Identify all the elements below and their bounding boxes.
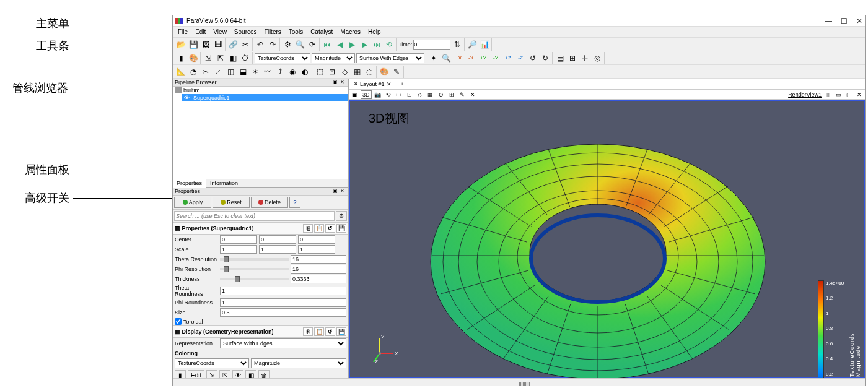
prev-frame-icon[interactable]: ◀ — [334, 39, 345, 50]
paste-icon[interactable]: 📋 — [314, 224, 324, 233]
save-icon[interactable]: 💾 — [188, 39, 199, 50]
rescale-visible-icon[interactable]: 👁 — [232, 370, 243, 378]
open-icon[interactable]: 📂 — [175, 39, 186, 50]
maximize-view-icon[interactable]: ▢ — [844, 90, 853, 99]
rescale-visible-icon[interactable]: ◧ — [227, 53, 239, 64]
toroidal-checkbox[interactable] — [175, 318, 182, 325]
select-icon[interactable]: ▣ — [350, 90, 359, 99]
search-input[interactable] — [174, 211, 335, 221]
redo-icon[interactable]: ↷ — [267, 39, 278, 50]
menu-tools[interactable]: Tools — [285, 28, 307, 35]
close-panel-icon[interactable]: ✕ — [340, 188, 346, 194]
zoom-icon[interactable]: 🔍 — [441, 53, 452, 64]
save-screenshot-icon[interactable]: 🖼 — [200, 39, 211, 50]
rescale-range-icon[interactable]: ⇲ — [206, 370, 217, 378]
play-icon[interactable]: ▶ — [346, 39, 357, 50]
close-button[interactable]: ✕ — [856, 17, 862, 25]
3d-viewport[interactable]: 3D视图 — [349, 100, 865, 378]
streamlines-icon[interactable]: 〰 — [262, 66, 273, 77]
menu-edit[interactable]: Edit — [191, 28, 209, 35]
camera-icon[interactable]: 📷 — [374, 90, 382, 99]
minusy-icon[interactable]: -Y — [490, 53, 501, 64]
next-frame-icon[interactable]: ▶ — [359, 39, 370, 50]
pipeline-item-superquadric[interactable]: 👁 Superquadric1 — [182, 94, 348, 101]
edit-points-icon[interactable]: ✎ — [391, 66, 402, 77]
color-array-select[interactable]: TextureCoords — [255, 53, 310, 63]
color-palette-icon[interactable]: 🎨 — [379, 66, 390, 77]
restore-icon[interactable]: ↺ — [325, 224, 335, 233]
loop-icon[interactable]: ⟲ — [384, 39, 395, 50]
memory-icon[interactable]: 📊 — [479, 39, 490, 50]
extract-level-icon[interactable]: ◐ — [299, 66, 310, 77]
contour-icon[interactable]: ◔ — [188, 66, 199, 77]
mode-3d-button[interactable]: 3D — [361, 90, 372, 99]
copy-icon[interactable]: ⎘ — [303, 327, 313, 336]
show-colorbar-icon[interactable]: ▮ — [175, 53, 186, 64]
menu-sources[interactable]: Sources — [230, 28, 261, 35]
representation-dropdown[interactable]: Surface With Edges — [220, 338, 346, 348]
color-array-dropdown[interactable]: TextureCoords — [175, 358, 249, 368]
save-anim-icon[interactable]: 🎞 — [213, 39, 224, 50]
last-frame-icon[interactable]: ⏭ — [371, 39, 382, 50]
layout-tab-1[interactable]: ✕ Layout #1 ✕ — [349, 80, 397, 88]
float-icon[interactable]: ▣ — [333, 188, 339, 194]
calculator-icon[interactable]: 📐 — [175, 66, 186, 77]
rotate-ccw-icon[interactable]: ↺ — [527, 53, 538, 64]
recent-icon[interactable]: ⟳ — [307, 39, 318, 50]
rescale-icon[interactable]: ⇲ — [203, 53, 214, 64]
close-panel-icon[interactable]: ✕ — [340, 79, 346, 85]
color-component-dropdown[interactable]: Magnitude — [251, 358, 346, 368]
find-data-icon[interactable]: 🔎 — [467, 39, 478, 50]
theta-res-input[interactable] — [291, 255, 346, 264]
select-block-icon[interactable]: ▦ — [426, 90, 435, 99]
first-frame-icon[interactable]: ⏮ — [322, 39, 333, 50]
connect-icon[interactable]: 🔗 — [227, 39, 239, 50]
rescale-custom-icon[interactable]: ⇱ — [219, 370, 230, 378]
find-icon[interactable]: 🔍 — [294, 39, 305, 50]
select-poly-icon[interactable]: ◇ — [416, 90, 424, 99]
menu-file[interactable]: File — [174, 28, 191, 35]
plusy-icon[interactable]: +Y — [478, 53, 489, 64]
autosave-icon[interactable]: ⚙ — [282, 39, 293, 50]
close-view-icon[interactable]: ✕ — [855, 90, 864, 99]
menu-filters[interactable]: Filters — [261, 28, 285, 35]
save-default-icon[interactable]: 💾 — [336, 327, 346, 336]
clear-icon[interactable]: ✕ — [468, 90, 477, 99]
visibility-eye-icon[interactable]: 👁 — [184, 95, 191, 101]
close-tab-icon[interactable]: ✕ — [354, 81, 358, 87]
center-x-input[interactable] — [220, 235, 257, 244]
scale-z-input[interactable] — [298, 245, 335, 254]
interactive-icon[interactable]: ✎ — [458, 90, 467, 99]
section-display[interactable]: ▦ Display (GeometryRepresentation) ⎘ 📋 ↺… — [173, 325, 348, 338]
center-y-input[interactable] — [259, 235, 296, 244]
paste-icon[interactable]: 📋 — [314, 327, 324, 336]
menu-view[interactable]: View — [209, 28, 230, 35]
select-cells-icon[interactable]: ⬚ — [314, 66, 325, 77]
group-icon[interactable]: ◉ — [287, 66, 298, 77]
separate-colormap-icon[interactable]: ◧ — [245, 370, 256, 378]
time-input[interactable] — [413, 40, 450, 50]
advanced-toggle-button[interactable]: ⚙ — [336, 211, 347, 221]
rescale-time-icon[interactable]: ⏱ — [240, 53, 251, 64]
reset-button[interactable]: Reset — [213, 197, 250, 208]
thickness-slider[interactable] — [220, 278, 289, 280]
hover-cell-icon[interactable]: ⊞ — [447, 90, 456, 99]
extract-icon[interactable]: ⬓ — [237, 66, 248, 77]
select-block-icon[interactable]: ▦ — [351, 66, 362, 77]
color-legend-icon[interactable]: ▤ — [555, 53, 566, 64]
split-h-icon[interactable]: ▯ — [823, 90, 832, 99]
delete-button[interactable]: Delete — [251, 197, 288, 208]
plusz-icon[interactable]: +Z — [502, 53, 514, 64]
split-v-icon[interactable]: ▭ — [834, 90, 843, 99]
select-points-icon[interactable]: ⊡ — [405, 90, 414, 99]
orientation-icon[interactable]: ◎ — [592, 53, 603, 64]
axes-grid-icon[interactable]: ⊞ — [567, 53, 578, 64]
maximize-button[interactable]: ☐ — [841, 17, 848, 25]
reset-camera-icon[interactable]: ✦ — [428, 53, 439, 64]
menu-macros[interactable]: Macros — [336, 28, 364, 35]
menu-help[interactable]: Help — [364, 28, 385, 35]
apply-button[interactable]: Apply — [174, 197, 211, 208]
clear-select-icon[interactable]: ◌ — [364, 66, 375, 77]
threshold-icon[interactable]: ◫ — [225, 66, 236, 77]
select-cells-icon[interactable]: ⬚ — [395, 90, 403, 99]
